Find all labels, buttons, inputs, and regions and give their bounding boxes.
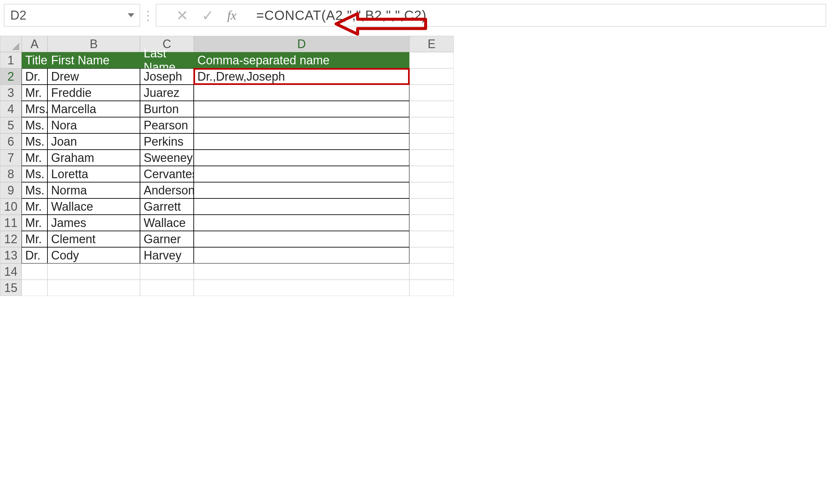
cell-D14[interactable] [194,263,409,280]
row-header-14[interactable]: 14 [0,263,22,280]
row-header-4[interactable]: 4 [0,101,22,117]
cell-A5[interactable]: Ms. [22,117,47,133]
cell-A12[interactable]: Mr. [22,231,47,247]
cell-A14[interactable] [22,263,47,280]
cell-D12[interactable] [194,231,409,247]
cell-C4[interactable]: Burton [140,101,194,117]
select-all-corner[interactable] [0,36,22,52]
cell-B15[interactable] [47,280,140,296]
cell-D8[interactable] [194,166,409,182]
cell-A13[interactable]: Dr. [22,247,47,263]
cell-D7[interactable] [194,150,409,166]
row-header-3[interactable]: 3 [0,85,22,101]
cell-E15[interactable] [409,280,454,296]
cell-B14[interactable] [47,263,140,280]
cell-C13[interactable]: Harvey [140,247,194,263]
cell-B8[interactable]: Loretta [47,166,140,182]
cell-E8[interactable] [409,166,454,182]
cell-E1[interactable] [409,52,454,68]
cancel-icon[interactable]: ✕ [176,7,188,24]
row-header-1[interactable]: 1 [0,52,22,68]
cell-E6[interactable] [409,133,454,150]
cell-D10[interactable] [194,198,409,215]
header-title[interactable]: Title [22,52,47,68]
cell-C10[interactable]: Garrett [140,198,194,215]
cell-A15[interactable] [22,280,47,296]
cell-E2[interactable] [409,68,454,85]
cell-C14[interactable] [140,263,194,280]
header-first[interactable]: First Name [47,52,140,68]
cell-E10[interactable] [409,198,454,215]
name-box[interactable]: D2 [4,4,140,27]
cell-C9[interactable]: Anderson [140,182,194,198]
row-header-11[interactable]: 11 [0,215,22,231]
cell-D4[interactable] [194,101,409,117]
cell-E14[interactable] [409,263,454,280]
row-header-2[interactable]: 2 [0,68,22,85]
row-header-10[interactable]: 10 [0,198,22,215]
cell-E11[interactable] [409,215,454,231]
cell-E13[interactable] [409,247,454,263]
col-header-D[interactable]: D [194,36,409,52]
cell-A6[interactable]: Ms. [22,133,47,150]
cell-B7[interactable]: Graham [47,150,140,166]
col-header-B[interactable]: B [47,36,140,52]
cell-D11[interactable] [194,215,409,231]
row-header-8[interactable]: 8 [0,166,22,182]
cell-B10[interactable]: Wallace [47,198,140,215]
cell-E3[interactable] [409,85,454,101]
spreadsheet-grid[interactable]: A B C D E 1 Title First Name Last Name C… [0,36,830,296]
row-header-7[interactable]: 7 [0,150,22,166]
cell-D5[interactable] [194,117,409,133]
cell-C5[interactable]: Pearson [140,117,194,133]
cell-B12[interactable]: Clement [47,231,140,247]
cell-C2[interactable]: Joseph [140,68,194,85]
cell-A7[interactable]: Mr. [22,150,47,166]
row-header-5[interactable]: 5 [0,117,22,133]
cell-B2[interactable]: Drew [47,68,140,85]
cell-A3[interactable]: Mr. [22,85,47,101]
cell-A10[interactable]: Mr. [22,198,47,215]
cell-C11[interactable]: Wallace [140,215,194,231]
enter-icon[interactable]: ✓ [202,7,214,24]
cell-E4[interactable] [409,101,454,117]
cell-E9[interactable] [409,182,454,198]
cell-B13[interactable]: Cody [47,247,140,263]
col-header-E[interactable]: E [409,36,454,52]
row-header-6[interactable]: 6 [0,133,22,150]
cell-C3[interactable]: Juarez [140,85,194,101]
cell-A9[interactable]: Ms. [22,182,47,198]
cell-C7[interactable]: Sweeney [140,150,194,166]
row-header-12[interactable]: 12 [0,231,22,247]
cell-D6[interactable] [194,133,409,150]
cell-B11[interactable]: James [47,215,140,231]
cell-A8[interactable]: Ms. [22,166,47,182]
formula-input-area[interactable]: ✕ ✓ fx =CONCAT(A2,",",B2,",",C2) [156,4,826,27]
cell-B9[interactable]: Norma [47,182,140,198]
formula-text[interactable]: =CONCAT(A2,",",B2,",",C2) [256,8,426,23]
cell-D15[interactable] [194,280,409,296]
header-combined[interactable]: Comma-separated name [194,52,409,68]
row-header-9[interactable]: 9 [0,182,22,198]
cell-A11[interactable]: Mr. [22,215,47,231]
cell-E12[interactable] [409,231,454,247]
row-header-15[interactable]: 15 [0,280,22,296]
header-last[interactable]: Last Name [140,52,194,68]
fx-icon[interactable]: fx [227,8,236,23]
cell-C12[interactable]: Garner [140,231,194,247]
chevron-down-icon[interactable] [128,13,134,17]
cell-A2[interactable]: Dr. [22,68,47,85]
cell-C15[interactable] [140,280,194,296]
cell-D2[interactable]: Dr.,Drew,Joseph [194,68,409,85]
row-header-13[interactable]: 13 [0,247,22,263]
col-header-A[interactable]: A [22,36,47,52]
cell-C6[interactable]: Perkins [140,133,194,150]
cell-B5[interactable]: Nora [47,117,140,133]
cell-C8[interactable]: Cervantes [140,166,194,182]
cell-D3[interactable] [194,85,409,101]
cell-E5[interactable] [409,117,454,133]
cell-A4[interactable]: Mrs. [22,101,47,117]
cell-D13[interactable] [194,247,409,263]
cell-D9[interactable] [194,182,409,198]
cell-B3[interactable]: Freddie [47,85,140,101]
